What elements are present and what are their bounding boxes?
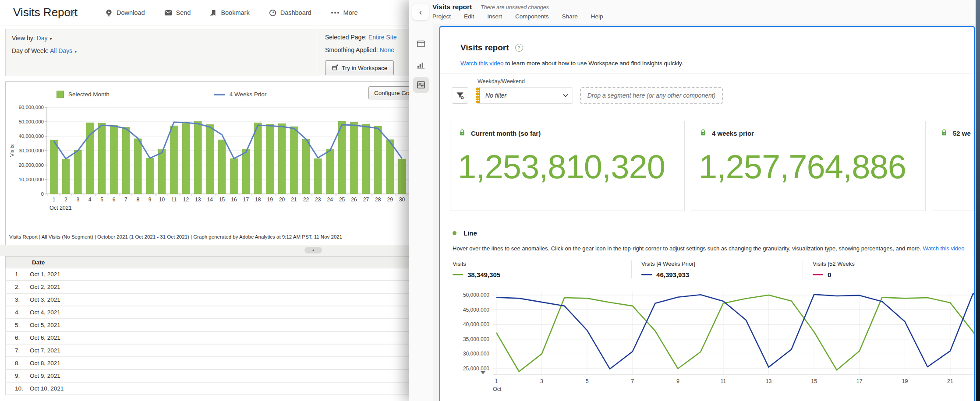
table-row[interactable]: 5.Oct 5, 2021 [5, 319, 414, 332]
workspace-grid-icon [332, 64, 338, 72]
svg-text:50,000,000: 50,000,000 [18, 119, 44, 124]
svg-text:6: 6 [113, 197, 116, 203]
send-button[interactable]: Send [164, 9, 191, 16]
workspace-titles: Visits report There are unsaved changes … [432, 3, 603, 20]
filter-left-column: View by: Day▾ Day of Week: All Days▾ [6, 29, 317, 76]
series-value: 46,393,933 [656, 271, 689, 278]
row-number: 6. [6, 334, 30, 341]
chevron-down-icon: ▾ [74, 49, 77, 54]
more-button[interactable]: More [331, 9, 358, 16]
help-icon[interactable]: ? [515, 44, 523, 52]
view-by-select[interactable]: Day [37, 35, 48, 42]
summary-card[interactable]: 52 we [932, 121, 974, 211]
svg-text:28: 28 [375, 197, 381, 203]
table-row[interactable]: 7.Oct 7, 2021 [5, 345, 414, 357]
svg-text:7: 7 [631, 378, 634, 384]
chart-footer-text: Visits Report | All Visits (No Segment) … [9, 234, 342, 239]
day-of-week-select[interactable]: All Days [50, 47, 72, 54]
dashboard-button[interactable]: Dashboard [269, 9, 311, 17]
svg-text:1: 1 [53, 197, 56, 203]
bookmark-button[interactable]: Bookmark [210, 9, 249, 17]
svg-text:9: 9 [676, 378, 679, 384]
table-row[interactable]: 2.Oct 2, 2021 [5, 281, 414, 294]
series-name: Visits [52 Weeks [813, 260, 974, 267]
svg-text:26: 26 [351, 197, 357, 203]
series-legend[interactable]: Visits [52 Weeks0 [803, 260, 974, 278]
components-rail-icon[interactable] [413, 77, 429, 93]
table-row[interactable]: 4.Oct 4, 2021 [5, 306, 414, 319]
svg-text:7: 7 [124, 197, 127, 203]
project-title: Visits report [432, 3, 472, 11]
summary-card[interactable]: 4 weeks prior1,257,764,886 [691, 121, 926, 211]
svg-text:9: 9 [149, 197, 152, 203]
watch-video-link[interactable]: Watch this video [460, 60, 504, 67]
menu-help[interactable]: Help [591, 13, 603, 20]
add-filter-funnel-icon[interactable] [452, 87, 468, 104]
workspace-canvas: Visits report ? Watch this video to lear… [433, 24, 976, 401]
summary-card-title: 4 weeks prior [712, 130, 754, 137]
menu-project[interactable]: Project [432, 13, 451, 20]
selected-page-link[interactable]: Entire Site [368, 34, 397, 41]
report-toolbar: DownloadSendBookmarkDashboardMore [105, 0, 358, 25]
try-in-workspace-button[interactable]: Try in Workspace [325, 60, 394, 75]
more-icon [331, 11, 340, 14]
visits-report-panel[interactable]: Visits report ? Watch this video to lear… [439, 26, 975, 401]
bookmark-icon [210, 9, 217, 17]
series-legend[interactable]: Visits38,349,305 [453, 260, 631, 278]
row-number: 10. [6, 385, 30, 392]
menu-insert[interactable]: Insert [487, 13, 502, 20]
menu-edit[interactable]: Edit [464, 13, 474, 20]
table-row[interactable]: 3.Oct 3, 2021 [5, 294, 414, 306]
panel-intro-text: Watch this video to learn more about how… [460, 60, 974, 67]
watch-video-link[interactable]: Watch this video [923, 245, 965, 252]
favorite-star-icon[interactable]: ☆ [67, 7, 76, 19]
table-header-row[interactable]: Date [5, 256, 414, 268]
toolbar-label: Bookmark [221, 9, 249, 16]
chart-collapse-toggle[interactable]: ▲ [304, 247, 322, 253]
segment-dropzone[interactable]: Drop a segment here (or any other compon… [580, 87, 723, 104]
summary-card-value: 1,253,810,320 [458, 150, 684, 183]
selected-page-label: Selected Page: [325, 34, 367, 41]
svg-text:18: 18 [255, 197, 261, 203]
view-by-label: View by: [12, 35, 35, 42]
table-row[interactable]: 9.Oct 9, 2021 [5, 370, 414, 383]
table-row[interactable]: 1.Oct 1, 2021 [5, 268, 414, 281]
panels-rail-icon[interactable] [413, 36, 429, 52]
svg-text:21: 21 [947, 378, 953, 384]
row-number: 1. [6, 271, 30, 278]
svg-text:15: 15 [811, 378, 817, 384]
legend-swatch [214, 94, 225, 95]
workspace-window: ‹ Visits report There are unsaved change… [409, 0, 976, 401]
svg-text:20,000,000: 20,000,000 [18, 162, 44, 168]
menu-share[interactable]: Share [562, 13, 578, 20]
section-divider-band [0, 245, 414, 256]
svg-text:25,000,000: 25,000,000 [463, 366, 489, 372]
table-row[interactable]: 6.Oct 6, 2021 [5, 332, 414, 345]
configure-graph-button[interactable]: Configure Graph [368, 86, 414, 99]
back-button[interactable]: ‹ [412, 4, 429, 20]
trend-chart-card: Configure Graph Selected Month4 Weeks Pr… [5, 81, 414, 245]
daily-visits-bar-chart[interactable]: 010,000,00020,000,00030,000,00040,000,00… [8, 104, 414, 216]
report-filter-bar: View by: Day▾ Day of Week: All Days▾ Sel… [5, 29, 414, 76]
svg-text:21: 21 [291, 197, 297, 203]
legend-swatch [57, 91, 64, 98]
visualizations-rail-icon[interactable] [413, 56, 429, 72]
filter-right-column: Selected Page: Entire Site Smoothing App… [317, 29, 396, 76]
summary-card[interactable]: Current month (so far)1,253,810,320 [450, 121, 685, 211]
table-row[interactable]: 8.Oct 8, 2021 [5, 357, 414, 370]
send-icon [164, 10, 172, 16]
smoothing-link[interactable]: None [380, 46, 394, 53]
series-legend[interactable]: Visits [4 Weeks Prior]46,393,933 [631, 260, 803, 278]
menu-components[interactable]: Components [515, 13, 549, 20]
lock-icon [941, 129, 947, 138]
visits-line-chart[interactable]: 25,000,00030,000,00035,000,00040,000,000… [453, 282, 974, 392]
filter-dropdown[interactable]: No filter [476, 87, 573, 104]
svg-text:11: 11 [721, 378, 726, 384]
download-button[interactable]: Download [105, 9, 145, 17]
row-date: Oct 3, 2021 [30, 296, 60, 303]
svg-text:5: 5 [100, 197, 103, 203]
row-date: Oct 7, 2021 [30, 347, 60, 354]
svg-text:0: 0 [41, 191, 44, 197]
svg-text:3: 3 [76, 197, 79, 203]
table-row[interactable]: 10.Oct 10, 2021 [5, 383, 414, 395]
